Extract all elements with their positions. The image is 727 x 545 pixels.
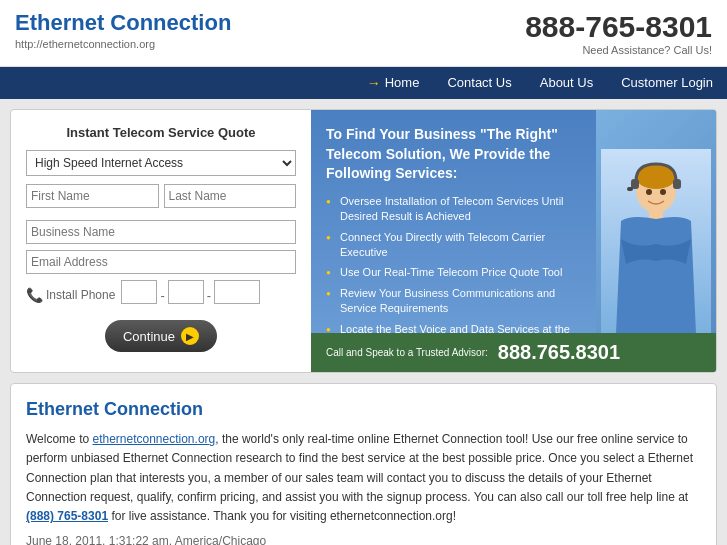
about-body: Welcome to ethernetconnection.org, the w…: [26, 430, 701, 526]
quote-form-title: Instant Telecom Service Quote: [26, 125, 296, 140]
first-name-input[interactable]: [26, 184, 159, 208]
banner-cta-phone: 888.765.8301: [498, 341, 620, 364]
banner-footer: Call and Speak to a Trusted Advisor: 888…: [311, 333, 716, 372]
svg-point-4: [646, 189, 652, 195]
about-title: Ethernet Connection: [26, 399, 701, 420]
continue-button[interactable]: Continue ▶: [105, 320, 217, 352]
service-select[interactable]: High Speed Internet Access Ethernet T1 L…: [26, 150, 296, 176]
header-need: Need Assistance? Call Us!: [525, 44, 712, 56]
banner-cta-text: Call and Speak to a Trusted Advisor:: [326, 346, 488, 359]
svg-rect-7: [673, 179, 681, 189]
service-item-1: Oversee Installation of Telecom Services…: [326, 194, 581, 225]
email-input[interactable]: [26, 250, 296, 274]
about-intro: Welcome to: [26, 432, 92, 446]
business-name-input[interactable]: [26, 220, 296, 244]
nav-about[interactable]: About Us: [526, 67, 607, 99]
quote-banner-section: Instant Telecom Service Quote High Speed…: [10, 109, 717, 373]
promo-banner: To Find Your Business "The Right" Teleco…: [311, 110, 716, 372]
phone-sep1: -: [160, 288, 164, 303]
about-phone-link[interactable]: (888) 765-8301: [26, 509, 108, 523]
home-arrow-icon: →: [367, 67, 381, 99]
about-date: June 18, 2011, 1:31:22 am, America/Chica…: [26, 534, 701, 545]
site-url: http://ethernetconnection.org: [15, 38, 231, 50]
header-phone: 888-765-8301: [525, 10, 712, 44]
nav-contact[interactable]: Contact Us: [433, 67, 525, 99]
site-title: Ethernet Connection: [15, 10, 231, 36]
quote-form: Instant Telecom Service Quote High Speed…: [11, 110, 311, 372]
phone-area-input[interactable]: [121, 280, 157, 304]
advisor-illustration: [601, 149, 711, 334]
navigation: → Home Contact Us About Us Customer Logi…: [0, 67, 727, 99]
name-row: [26, 184, 296, 214]
about-text2: for live assistance. Thank you for visit…: [108, 509, 456, 523]
nav-login[interactable]: Customer Login: [607, 67, 727, 99]
phone-number-input[interactable]: [214, 280, 260, 304]
phone-sep2: -: [207, 288, 211, 303]
service-item-3: Use Our Real-Time Telecom Price Quote To…: [326, 265, 581, 280]
svg-point-5: [660, 189, 666, 195]
about-link[interactable]: ethernetconnection.org: [92, 432, 215, 446]
svg-rect-8: [627, 187, 633, 191]
phone-prefix-input[interactable]: [168, 280, 204, 304]
page-header: Ethernet Connection http://ethernetconne…: [0, 0, 727, 67]
last-name-input[interactable]: [164, 184, 297, 208]
main-content: Instant Telecom Service Quote High Speed…: [0, 99, 727, 545]
about-section: Ethernet Connection Welcome to ethernetc…: [10, 383, 717, 545]
services-list: Oversee Installation of Telecom Services…: [326, 194, 581, 353]
header-contact: 888-765-8301 Need Assistance? Call Us!: [525, 10, 712, 56]
banner-content: To Find Your Business "The Right" Teleco…: [311, 110, 596, 372]
install-phone-label: Install Phone: [46, 288, 115, 302]
phone-icon: 📞: [26, 287, 43, 303]
nav-home[interactable]: → Home: [353, 67, 434, 99]
header-brand: Ethernet Connection http://ethernetconne…: [15, 10, 231, 50]
banner-heading: To Find Your Business "The Right" Teleco…: [326, 125, 581, 184]
play-icon: ▶: [181, 327, 199, 345]
install-phone-row: 📞 Install Phone - -: [26, 280, 296, 310]
service-item-2: Connect You Directly with Telecom Carrie…: [326, 230, 581, 261]
continue-label: Continue: [123, 329, 175, 344]
service-item-4: Review Your Business Communications and …: [326, 286, 581, 317]
nav-home-label: Home: [385, 67, 420, 99]
